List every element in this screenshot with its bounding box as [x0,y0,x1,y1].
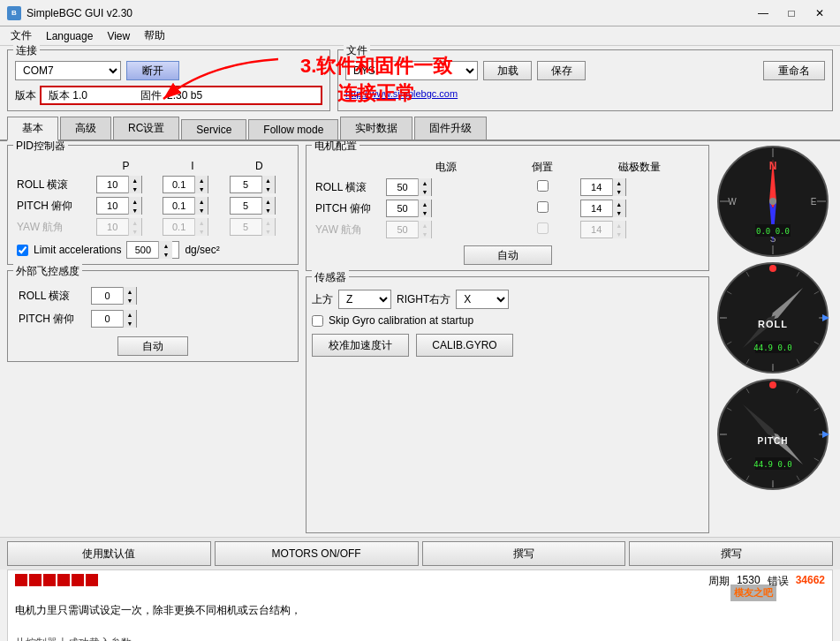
website-link[interactable]: http://www.simplebgc.com [345,88,458,99]
pid-pitch-d-down[interactable]: ▼ [261,206,275,215]
tab-service[interactable]: Service [181,119,246,140]
close-button[interactable]: ✕ [806,2,833,25]
motors-button[interactable]: MOTORS ON/OFF [215,541,419,566]
pid-pitch-i-input[interactable] [163,200,194,211]
tab-rc[interactable]: RC设置 [113,117,179,140]
motor-pitch-power-up[interactable]: ▲ [418,200,431,208]
motor-pitch-poles-up[interactable]: ▲ [612,200,625,208]
outer-auto-button[interactable]: 自动 [117,336,188,356]
outer-pitch-input[interactable] [92,313,123,324]
roll-gauge: ROLL 44.9 0.0 [716,261,829,374]
sensor-right-select[interactable]: X Y Z [456,290,509,309]
motor-roll-poles-up[interactable]: ▲ [612,178,625,187]
menu-language[interactable]: Language [39,28,100,44]
motor-pitch-power-down[interactable]: ▼ [418,208,431,217]
skip-gyro-label: Skip Gyro calibration at startup [329,314,473,327]
file-select[interactable]: DYS [345,61,478,80]
skip-gyro-checkbox[interactable] [312,315,323,327]
motor-roll-poles-input[interactable] [581,182,612,192]
outer-sensor-title: 外部飞控感度 [13,264,82,279]
status-box-2 [29,574,42,586]
gauges-panel: N S W E 0.0 0.0 [716,145,833,533]
pid-roll-i-up[interactable]: ▲ [194,176,208,185]
pid-yaw-i-down: ▼ [194,227,208,236]
limit-down[interactable]: ▼ [158,250,172,259]
pid-pitch-d-up[interactable]: ▲ [261,197,275,206]
load-button[interactable]: 加载 [483,61,532,80]
motor-roll-invert-check[interactable] [537,180,549,192]
outer-roll-up[interactable]: ▲ [123,287,136,296]
outer-pitch-down[interactable]: ▼ [123,319,136,328]
status-message: 电机力里只需调试设定一次，除非更换不同相机或云台结构， [15,603,825,618]
svg-text:0.0  0.0: 0.0 0.0 [756,227,790,236]
calib-accel-button[interactable]: 校准加速度计 [312,334,409,357]
pid-roll-i-input[interactable] [163,179,194,190]
pid-yaw-p-input [97,222,128,232]
rename-button[interactable]: 重命名 [763,61,825,80]
tab-advanced[interactable]: 高级 [60,117,111,140]
watermark: 模友之吧 [730,584,776,601]
pid-roll-d-up[interactable]: ▲ [261,176,275,185]
motor-pitch-invert-check[interactable] [537,201,549,213]
motor-row-roll: ROLL 横滚 ▲▼ ▲▼ [312,177,703,198]
sensor-right-label: RIGHT右方 [397,292,450,307]
pid-pitch-i-up[interactable]: ▲ [194,197,208,206]
app-title: SimpleBGC GUI v2.30 [26,7,132,19]
limit-value-input[interactable] [127,245,158,255]
outer-roll-input[interactable] [92,290,123,301]
menu-view[interactable]: View [100,28,137,44]
menu-bar: 文件 Language View 帮助 [0,26,840,46]
calib-gyro-button[interactable]: CALIB.GYRO [416,334,513,357]
svg-point-31 [769,265,776,272]
motor-pitch-power-input[interactable] [387,203,418,214]
tab-firmware[interactable]: 固件升级 [414,117,487,140]
pid-roll-d-input[interactable] [231,179,261,190]
port-select[interactable]: COM7 [15,61,121,80]
pid-yaw-i-input [163,222,194,232]
outer-roll-down[interactable]: ▼ [123,296,136,305]
connect-button[interactable]: 断开 [126,61,179,80]
pid-roll-p-up[interactable]: ▲ [128,176,141,185]
menu-file[interactable]: 文件 [4,26,39,45]
pid-pitch-p-down[interactable]: ▼ [128,206,141,215]
svg-text:E: E [811,197,817,207]
minimize-button[interactable]: — [750,2,776,25]
pid-pitch-d-input[interactable] [231,200,261,211]
pid-pitch-p-up[interactable]: ▲ [128,197,141,206]
pid-roll-label: ROLL 横滚 [13,174,93,195]
tab-realtime[interactable]: 实时数据 [340,117,412,140]
write1-button[interactable]: 撰写 [422,541,626,566]
save-button[interactable]: 保存 [537,61,586,80]
pid-yaw-d: ▲▼ [226,216,292,238]
pid-pitch-p-input[interactable] [97,200,128,211]
outer-pitch-up[interactable]: ▲ [123,310,136,319]
motor-roll-poles-down[interactable]: ▼ [612,187,625,196]
right-panel: 电机配置 电源 倒置 磁极数量 ROLL 横滚 [306,145,709,533]
motor-roll-power-down[interactable]: ▼ [418,187,431,196]
pid-roll-p-down[interactable]: ▼ [128,185,141,193]
motor-roll-power-up[interactable]: ▲ [418,178,431,187]
pid-roll-p-input[interactable] [97,179,128,190]
write2-button[interactable]: 撰写 [629,541,833,566]
sensor-top-select[interactable]: Z X Y [338,290,391,309]
tab-basic[interactable]: 基本 [7,117,58,141]
limit-up[interactable]: ▲ [158,241,172,250]
maximize-button[interactable]: □ [778,2,805,25]
motor-box: 电机配置 电源 倒置 磁极数量 ROLL 横滚 [306,145,709,271]
limit-checkbox[interactable] [17,245,28,256]
pid-roll-d-down[interactable]: ▼ [261,185,275,193]
menu-help[interactable]: 帮助 [137,26,172,45]
file-group-title: 文件 [344,43,370,58]
motor-pitch-poles-input[interactable] [581,203,612,214]
firmware-label: 固件 [140,88,162,103]
motor-auto-button[interactable]: 自动 [464,245,552,265]
motor-pitch-poles-down[interactable]: ▼ [612,208,625,217]
pid-pitch-i-down[interactable]: ▼ [194,206,208,215]
pid-yaw-d-up: ▲ [261,218,275,227]
pid-roll-i-down[interactable]: ▼ [194,185,208,193]
default-button[interactable]: 使用默认值 [7,541,211,566]
motor-roll-power-input[interactable] [387,182,418,192]
tab-follow[interactable]: Follow mode [248,119,338,140]
pid-row-roll: ROLL 横滚 ▲▼ ▲▼ ▲▼ [13,174,292,195]
motor-roll-poles: ▲▼ [577,177,703,198]
